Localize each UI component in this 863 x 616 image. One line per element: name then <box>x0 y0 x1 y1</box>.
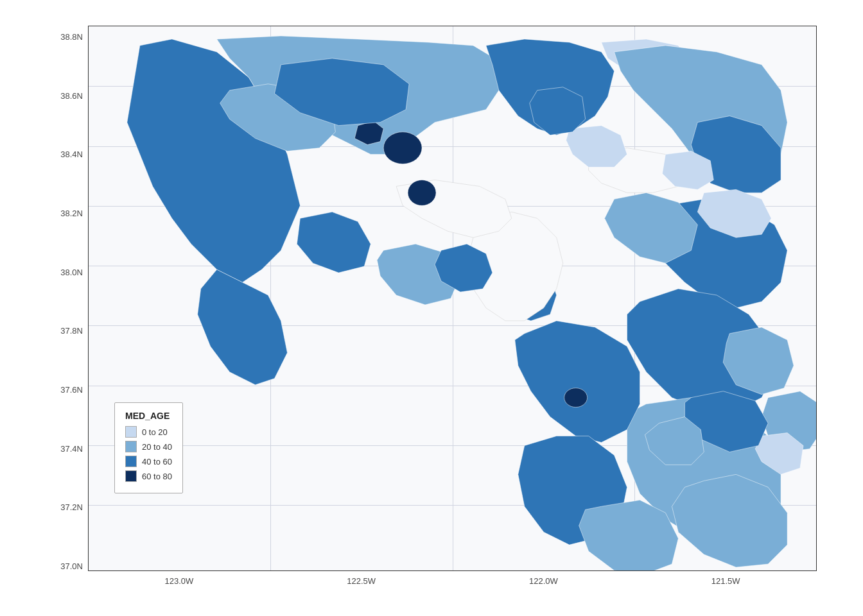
legend-item-2: 40 to 60 <box>125 456 172 467</box>
x-label-0: 123.0W <box>164 576 193 586</box>
y-label-1: 38.6N <box>60 91 83 101</box>
legend-color-1 <box>125 441 137 452</box>
map-svg: .c0 { fill: #c6d9f0; stroke: #fff; strok… <box>89 26 816 570</box>
svg-marker-31 <box>297 212 370 273</box>
legend-item-3: 60 to 80 <box>125 470 172 482</box>
svg-point-16 <box>383 132 422 164</box>
x-label-2: 122.0W <box>529 576 558 586</box>
chart-inner: 38.8N 38.6N 38.4N 38.2N 38.0N 37.8N 37.6… <box>46 26 817 590</box>
map-area: .c0 { fill: #c6d9f0; stroke: #fff; strok… <box>88 26 817 571</box>
svg-point-26 <box>564 388 588 407</box>
x-label-3: 121.5W <box>711 576 740 586</box>
x-label-1: 122.5W <box>347 576 376 586</box>
legend-label-2: 40 to 60 <box>142 457 172 466</box>
legend-item-1: 20 to 40 <box>125 441 172 452</box>
y-label-7: 37.4N <box>60 444 83 454</box>
x-axis: 123.0W 122.5W 122.0W 121.5W <box>88 571 817 590</box>
y-label-4: 38.0N <box>60 268 83 277</box>
legend-color-2 <box>125 456 137 467</box>
svg-marker-11 <box>198 270 288 385</box>
legend-label-0: 0 to 20 <box>142 427 168 437</box>
y-label-8: 37.2N <box>60 502 83 512</box>
svg-point-17 <box>408 180 436 205</box>
legend: MED_AGE 0 to 20 20 to 40 40 to 60 60 to … <box>114 402 183 493</box>
legend-label-1: 20 to 40 <box>142 442 172 452</box>
legend-color-0 <box>125 426 137 438</box>
legend-title: MED_AGE <box>125 411 172 421</box>
chart-container: 38.8N 38.6N 38.4N 38.2N 38.0N 37.8N 37.6… <box>0 0 863 616</box>
svg-marker-19 <box>566 126 627 167</box>
y-label-3: 38.2N <box>60 209 83 218</box>
svg-marker-9 <box>515 321 640 443</box>
y-label-6: 37.6N <box>60 385 83 395</box>
y-axis: 38.8N 38.6N 38.4N 38.2N 38.0N 37.8N 37.6… <box>46 26 88 590</box>
y-label-5: 37.8N <box>60 326 83 336</box>
legend-label-3: 60 to 80 <box>142 472 172 481</box>
y-label-0: 38.8N <box>60 32 83 42</box>
y-label-9: 37.0N <box>60 561 83 571</box>
legend-color-3 <box>125 470 137 482</box>
y-label-2: 38.4N <box>60 150 83 159</box>
legend-item-0: 0 to 20 <box>125 426 172 438</box>
